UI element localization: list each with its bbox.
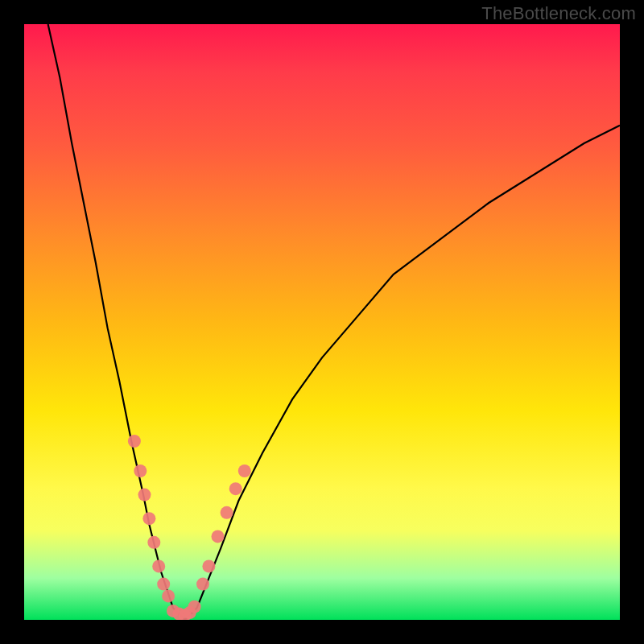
curve-bottleneck-curve-left [48, 24, 185, 620]
chart-overlay [24, 24, 620, 620]
data-point [188, 601, 201, 613]
data-point [172, 608, 185, 620]
plot-area [24, 24, 620, 620]
data-point [157, 578, 170, 591]
data-point [147, 536, 160, 549]
data-point [162, 589, 175, 602]
data-point [196, 578, 209, 591]
data-point [238, 464, 251, 477]
data-point [221, 506, 233, 519]
data-point [212, 530, 225, 543]
data-point [179, 609, 192, 620]
curve-bottleneck-curve-right [185, 126, 620, 620]
data-point [142, 512, 155, 525]
data-point [167, 605, 180, 617]
data-point [134, 464, 147, 477]
data-point [202, 559, 215, 572]
data-point [184, 606, 196, 619]
chart-frame: TheBottleneck.com [0, 0, 644, 644]
data-point [128, 435, 141, 448]
data-point [152, 559, 165, 572]
data-point [229, 482, 242, 495]
data-point [138, 489, 151, 502]
watermark-text: TheBottleneck.com [481, 3, 636, 24]
